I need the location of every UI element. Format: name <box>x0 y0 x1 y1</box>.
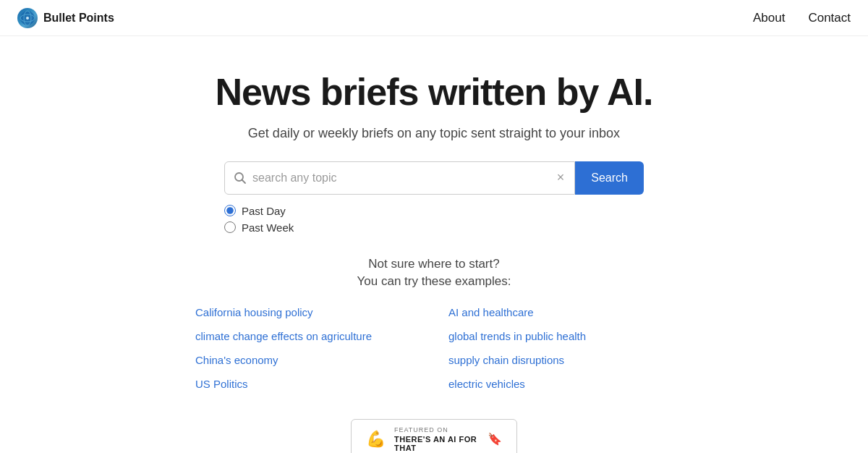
brand-logo-link[interactable]: Bullet Points <box>17 8 114 28</box>
search-icon <box>234 172 247 185</box>
radio-past-week[interactable] <box>224 221 236 233</box>
radio-past-week-label[interactable]: Past Week <box>224 221 644 234</box>
examples-prompt1: Not sure where to start? <box>181 257 687 271</box>
nav-links: About Contact <box>753 11 851 25</box>
radio-past-day[interactable] <box>224 205 236 216</box>
example-left-3[interactable]: US Politics <box>195 378 420 390</box>
examples-prompt2: You can try these examples: <box>181 274 687 289</box>
search-button[interactable]: Search <box>575 161 644 195</box>
main-content: News briefs written by AI. Get daily or … <box>0 36 868 453</box>
badge-bookmark-icon: 🔖 <box>488 432 502 446</box>
example-left-1[interactable]: climate change effects on agriculture <box>195 330 420 342</box>
badge-section: 💪 Featured on There's an AI for that 🔖 <box>351 419 517 453</box>
clear-button[interactable]: × <box>556 169 566 187</box>
hero-title: News briefs written by AI. <box>216 71 653 114</box>
badge-featured-text: Featured on <box>394 426 479 433</box>
examples-grid: California housing policy AI and healthc… <box>181 306 687 390</box>
nav-about[interactable]: About <box>753 11 785 25</box>
example-right-1[interactable]: global trends in public health <box>448 330 673 342</box>
example-right-2[interactable]: supply chain disruptions <box>448 354 673 366</box>
badge-text-wrapper: Featured on There's an AI for that <box>394 426 479 452</box>
navbar: Bullet Points About Contact <box>0 0 868 36</box>
example-left-0[interactable]: California housing policy <box>195 306 420 318</box>
badge-icon: 💪 <box>366 430 386 449</box>
svg-point-3 <box>26 17 29 20</box>
nav-contact[interactable]: Contact <box>808 11 851 25</box>
radio-past-week-text: Past Week <box>242 221 294 234</box>
brand-name: Bullet Points <box>43 12 114 25</box>
brand-logo-icon <box>17 8 38 28</box>
example-right-0[interactable]: AI and healthcare <box>448 306 673 318</box>
badge[interactable]: 💪 Featured on There's an AI for that 🔖 <box>351 419 517 453</box>
search-input-wrapper: × <box>224 161 575 195</box>
examples-section: Not sure where to start? You can try the… <box>181 257 687 390</box>
hero-subtitle: Get daily or weekly briefs on any topic … <box>248 126 620 141</box>
badge-main-text: There's an AI for that <box>394 435 479 452</box>
example-left-2[interactable]: China's economy <box>195 354 420 366</box>
example-right-3[interactable]: electric vehicles <box>448 378 673 390</box>
radio-group: Past Day Past Week <box>224 205 644 234</box>
search-container: × Search <box>224 161 644 195</box>
svg-line-5 <box>242 179 246 183</box>
search-input[interactable] <box>252 172 556 185</box>
radio-past-day-text: Past Day <box>242 205 286 217</box>
radio-past-day-label[interactable]: Past Day <box>224 205 644 217</box>
